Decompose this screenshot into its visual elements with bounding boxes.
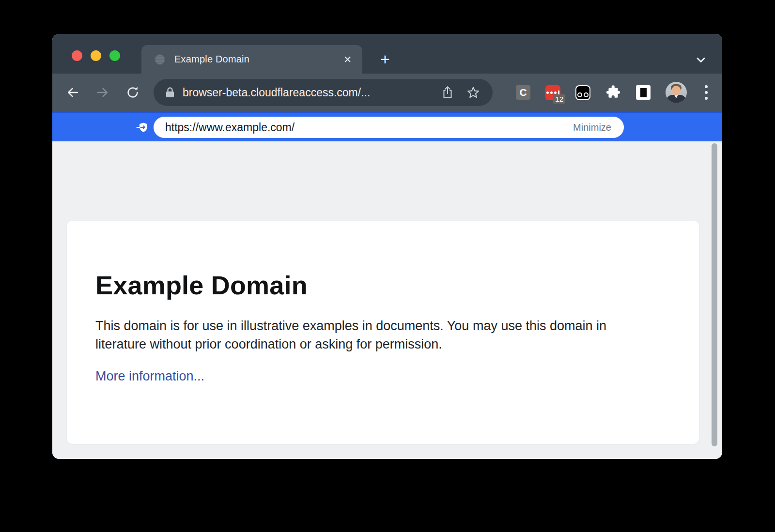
page-title: Example Domain [95, 270, 699, 300]
lock-icon[interactable] [165, 87, 175, 98]
red-dots-extension-icon[interactable]: 12 [545, 85, 560, 100]
tab-search-chevron-icon[interactable] [694, 53, 708, 67]
back-button[interactable] [64, 84, 81, 101]
more-information-link[interactable]: More information... [95, 369, 204, 384]
back-arrow-icon [65, 85, 80, 100]
isolation-url-bar: Minimize [52, 111, 722, 141]
reload-button[interactable] [124, 84, 141, 101]
bookmark-star-icon[interactable] [466, 86, 480, 99]
scrollbar-thumb[interactable] [712, 143, 717, 446]
minimize-bar-button[interactable]: Minimize [573, 122, 611, 133]
close-window-button[interactable] [72, 50, 82, 61]
browser-tab[interactable]: Example Domain ✕ [141, 45, 362, 74]
extension-badge: 12 [553, 94, 565, 104]
extensions-puzzle-icon[interactable] [605, 85, 621, 100]
tab-strip: Example Domain ✕ + [52, 34, 722, 74]
tab-close-icon[interactable]: ✕ [343, 54, 352, 65]
share-icon[interactable] [441, 86, 454, 99]
black-circles-extension-icon[interactable] [575, 85, 590, 100]
forward-button[interactable] [94, 84, 111, 101]
c-extension-icon[interactable]: C [516, 85, 530, 100]
minimize-window-button[interactable] [91, 50, 101, 61]
isolation-url-field: Minimize [154, 117, 624, 138]
forward-arrow-icon [95, 85, 110, 100]
desktop-background: Example Domain ✕ + [0, 0, 775, 532]
address-url-text: browser-beta.cloudflareaccess.com/... [183, 86, 441, 99]
extensions-row: C 12 [516, 74, 711, 111]
window-controls [72, 50, 120, 61]
browser-window: Example Domain ✕ + [52, 34, 722, 459]
example-domain-card: Example Domain This domain is for use in… [67, 221, 699, 444]
reload-icon [125, 85, 140, 100]
address-bar[interactable]: browser-beta.cloudflareaccess.com/... [154, 79, 493, 106]
isolation-url-input[interactable] [165, 121, 573, 134]
browser-toolbar: browser-beta.cloudflareaccess.com/... C … [52, 74, 722, 111]
shield-arrow-icon [136, 121, 150, 135]
browser-menu-icon[interactable] [702, 85, 711, 100]
page-body-text: This domain is for use in illustrative e… [95, 317, 652, 353]
zoom-window-button[interactable] [109, 50, 120, 61]
globe-favicon-icon [154, 54, 166, 65]
tab-title: Example Domain [174, 54, 343, 65]
page-viewport: Example Domain This domain is for use in… [52, 141, 722, 459]
frame-extension-icon[interactable] [636, 85, 651, 100]
profile-avatar[interactable] [666, 82, 687, 103]
new-tab-button[interactable]: + [373, 47, 397, 71]
